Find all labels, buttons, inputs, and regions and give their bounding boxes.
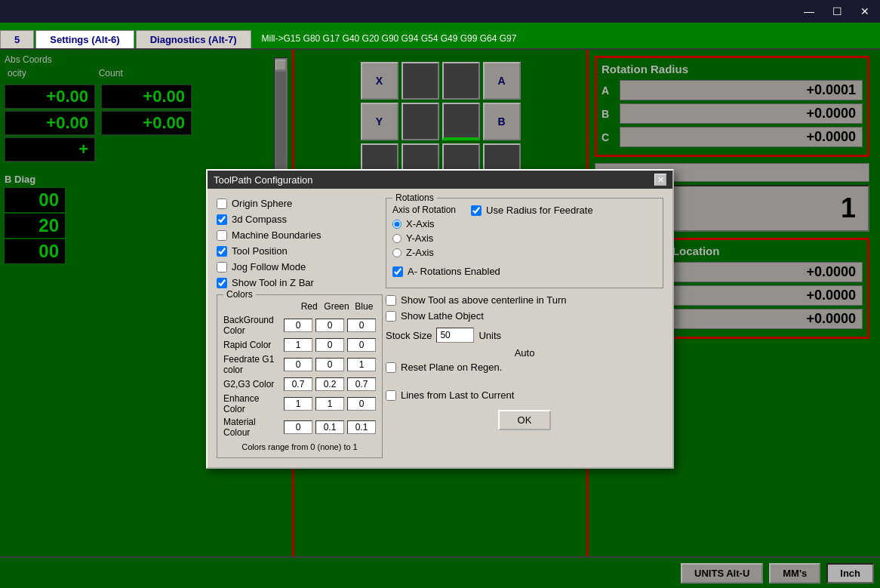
show-tool-z-checkbox[interactable] xyxy=(217,278,227,288)
z-axis-radio[interactable] xyxy=(392,248,402,257)
3d-compass-row: 3d Compass xyxy=(217,214,383,225)
y-axis-radio[interactable] xyxy=(392,234,402,243)
color-red-input-3[interactable] xyxy=(284,377,312,391)
y-axis-row: Y-Axis xyxy=(392,232,456,244)
color-name-5: Material Colour xyxy=(223,417,281,438)
modal-overlay: ToolPath Configuration ✕ Origin Sphere 3… xyxy=(0,50,880,588)
tool-position-checkbox[interactable] xyxy=(217,246,227,257)
color-blue-input-0[interactable] xyxy=(347,319,376,332)
modal-title: ToolPath Configuration xyxy=(214,174,313,186)
reset-plane-row: Reset Plane on Regen. xyxy=(386,362,663,373)
stock-size-input[interactable] xyxy=(436,328,474,343)
3d-compass-checkbox[interactable] xyxy=(217,214,227,225)
color-red-input-4[interactable] xyxy=(284,397,312,411)
tab-bar: 5 Settings (Alt-6) Diagnostics (Alt-7) M… xyxy=(0,23,880,50)
rotations-inner: Axis of Rotation X-Axis Y-Axis xyxy=(392,205,657,261)
origin-sphere-label: Origin Sphere xyxy=(232,198,292,209)
lines-last-checkbox[interactable] xyxy=(386,390,396,401)
spacer xyxy=(386,377,663,389)
tool-position-row: Tool Position xyxy=(217,245,383,257)
color-blue-input-3[interactable] xyxy=(347,377,376,391)
z-axis-row: Z-Axis xyxy=(392,247,456,258)
color-blue-input-1[interactable] xyxy=(347,338,376,352)
tool-position-label: Tool Position xyxy=(232,245,288,257)
x-axis-radio[interactable] xyxy=(392,220,402,229)
jog-follow-row: Jog Follow Mode xyxy=(217,261,383,272)
lines-last-label: Lines from Last to Current xyxy=(401,389,514,401)
a-rotations-checkbox[interactable] xyxy=(392,266,403,277)
stock-size-row: Stock Size Units xyxy=(386,328,663,343)
maximize-button[interactable]: ☐ xyxy=(828,4,847,19)
colors-note: Colors range from 0 (none) to 1 xyxy=(223,442,376,451)
machine-boundaries-checkbox[interactable] xyxy=(217,230,227,241)
modal-titlebar: ToolPath Configuration ✕ xyxy=(208,171,672,189)
show-tool-centerline-label: Show Tool as above centerline in Turn xyxy=(401,294,566,306)
title-bar: — ☐ ✕ xyxy=(0,0,880,23)
jog-follow-label: Jog Follow Mode xyxy=(232,261,306,272)
3d-compass-label: 3d Compass xyxy=(232,214,287,225)
x-axis-label: X-Axis xyxy=(406,218,435,229)
modal-right-section: Rotations Axis of Rotation X-Axis xyxy=(386,198,663,430)
colors-title: Colors xyxy=(223,289,256,300)
z-axis-label: Z-Axis xyxy=(406,247,434,258)
modal-close-button[interactable]: ✕ xyxy=(654,174,666,186)
color-green-input-0[interactable] xyxy=(315,319,344,332)
use-radius-row: Use Radius for Feedrate xyxy=(471,205,593,216)
tab-5[interactable]: 5 xyxy=(0,30,34,48)
color-green-input-1[interactable] xyxy=(315,338,344,352)
color-green-input-3[interactable] xyxy=(315,377,344,391)
color-rows-container: BackGround Color Rapid Color Feedrate G1… xyxy=(223,315,376,438)
minimize-button[interactable]: — xyxy=(799,4,819,19)
color-blue-input-2[interactable] xyxy=(347,358,376,371)
color-blue-input-4[interactable] xyxy=(347,397,376,411)
reset-plane-checkbox[interactable] xyxy=(386,362,396,373)
show-lathe-checkbox[interactable] xyxy=(386,311,396,322)
a-rotations-row: A- Rotations Enabled xyxy=(392,266,657,277)
color-name-3: G2,G3 Color xyxy=(223,379,281,389)
main-area: Abs Coords ocity Count +0.00 +0.00 +0.00… xyxy=(0,50,880,588)
color-name-4: Enhance Color xyxy=(223,393,281,414)
color-red-input-5[interactable] xyxy=(284,420,312,434)
color-row: Enhance Color xyxy=(223,393,376,414)
color-name-0: BackGround Color xyxy=(223,315,281,336)
toolpath-config-modal: ToolPath Configuration ✕ Origin Sphere 3… xyxy=(206,169,674,469)
show-lathe-label: Show Lathe Object xyxy=(401,310,484,322)
a-rotations-label: A- Rotations Enabled xyxy=(408,266,500,277)
colors-header: Red Green Blue xyxy=(223,301,376,312)
color-row: Rapid Color xyxy=(223,338,376,352)
axis-of-rotation-label: Axis of Rotation xyxy=(392,205,456,215)
color-name-1: Rapid Color xyxy=(223,340,281,350)
color-name-2: Feedrate G1 color xyxy=(223,354,281,375)
use-radius-section: Use Radius for Feedrate xyxy=(471,205,593,220)
colors-section: Colors Red Green Blue BackGround Color R… xyxy=(217,294,383,458)
machine-boundaries-label: Machine Boundaries xyxy=(232,229,322,241)
tab-settings[interactable]: Settings (Alt-6) xyxy=(35,30,134,48)
color-red-input-1[interactable] xyxy=(284,338,312,352)
color-blue-input-5[interactable] xyxy=(347,420,376,434)
color-green-input-5[interactable] xyxy=(315,420,344,434)
color-red-input-0[interactable] xyxy=(284,319,312,332)
color-row: Feedrate G1 color xyxy=(223,354,376,375)
close-button[interactable]: ✕ xyxy=(856,4,874,19)
ok-button[interactable]: OK xyxy=(498,410,552,430)
rotations-title: Rotations xyxy=(392,192,437,203)
show-tool-centerline-row: Show Tool as above centerline in Turn xyxy=(386,294,663,306)
jog-follow-checkbox[interactable] xyxy=(217,262,227,272)
color-green-input-2[interactable] xyxy=(315,358,344,371)
color-row: BackGround Color xyxy=(223,315,376,336)
color-red-input-2[interactable] xyxy=(284,358,312,371)
color-green-input-4[interactable] xyxy=(315,397,344,411)
color-green-header: Green xyxy=(324,301,349,312)
show-tool-z-row: Show Tool in Z Bar xyxy=(217,277,383,288)
machine-boundaries-row: Machine Boundaries xyxy=(217,229,383,241)
origin-sphere-checkbox[interactable] xyxy=(217,199,227,209)
tab-diagnostics[interactable]: Diagnostics (Alt-7) xyxy=(136,30,251,48)
stock-size-label: Stock Size xyxy=(386,330,432,341)
use-radius-checkbox[interactable] xyxy=(471,205,482,216)
origin-sphere-row: Origin Sphere xyxy=(217,198,383,209)
color-blue-header: Blue xyxy=(352,301,376,312)
right-checkboxes: Show Tool as above centerline in Turn Sh… xyxy=(386,294,663,322)
show-tool-centerline-checkbox[interactable] xyxy=(386,295,396,306)
axis-of-rotation-section: Axis of Rotation X-Axis Y-Axis xyxy=(392,205,456,261)
auto-label: Auto xyxy=(386,347,663,359)
